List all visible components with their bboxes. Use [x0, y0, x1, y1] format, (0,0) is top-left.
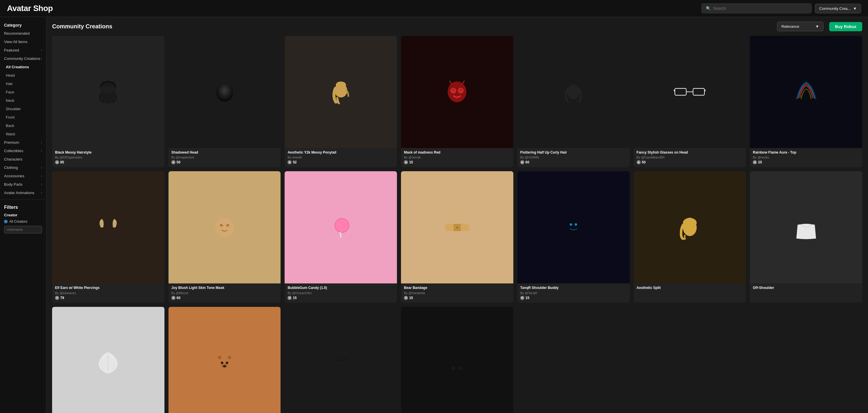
username-input[interactable]	[4, 226, 42, 233]
item-image	[285, 307, 397, 413]
item-info: Black Messy HairstyleBy @DIDIgamedev⊙85	[52, 148, 164, 168]
sidebar-item-head[interactable]: Head	[0, 71, 46, 79]
price-value: 15	[409, 296, 413, 300]
item-image	[401, 171, 513, 283]
robux-icon: ⊙	[172, 296, 176, 300]
item-visual	[634, 171, 746, 283]
chevron-icon: ›	[41, 57, 42, 60]
sidebar-item-community-creations[interactable]: Community Creations›	[0, 55, 46, 63]
item-creator: By @Jerrall	[404, 156, 510, 159]
item-card[interactable]: Mask of madness RedBy @Jerrall⊙15	[401, 36, 513, 167]
svg-rect-15	[675, 89, 686, 96]
chevron-icon: ›	[41, 166, 42, 169]
item-price: ⊙60	[520, 160, 627, 164]
sidebar-item-hair[interactable]: Hair	[0, 79, 46, 88]
sidebar-item-body-parts[interactable]: Body Parts›	[0, 180, 46, 188]
item-visual	[750, 171, 862, 283]
item-card[interactable]: Black Messy HairstyleBy @DIDIgamedev⊙85	[52, 36, 164, 167]
svg-point-29	[215, 217, 234, 237]
item-creator: By dramfii	[287, 156, 394, 159]
community-dropdown[interactable]: Community Crea... ▼	[815, 4, 861, 13]
item-image	[285, 171, 397, 283]
svg-rect-36	[339, 232, 342, 238]
item-creator: By @VURIIN	[520, 156, 627, 159]
sidebar-item-label: Waist	[6, 132, 15, 136]
item-name: Aesthetic Y2k Messy Ponytail	[287, 150, 394, 155]
item-name: Mask of madness Red	[404, 150, 510, 155]
item-image	[52, 307, 164, 413]
item-image	[168, 171, 281, 283]
item-info: Shadowed HeadBy @maplestick⊙50	[168, 148, 281, 168]
sidebar-item-clothing[interactable]: Clothing›	[0, 163, 46, 172]
item-visual	[52, 307, 164, 413]
sidebar-item-premium[interactable]: Premium›	[0, 138, 46, 147]
item-card[interactable]: TanqR Shoulder BuddyBy @TanqR⊙15	[517, 171, 630, 303]
sidebar-item-label: Hair	[6, 81, 13, 86]
item-card[interactable]: Fluffy Feather	[52, 307, 164, 413]
sidebar-item-view-all[interactable]: View All Items	[0, 38, 46, 46]
item-card[interactable]: Rainbow Flame Aura - TopBy @nezko⊙25	[750, 36, 862, 167]
sidebar-item-accessories[interactable]: Accessories›	[0, 172, 46, 180]
price-value: 79	[60, 296, 64, 300]
item-name: Bear Bandage	[404, 286, 510, 290]
item-card[interactable]: Fluttering Half Up Curly HairBy @VURIIN⊙…	[517, 36, 630, 167]
svg-rect-16	[693, 89, 705, 96]
item-card[interactable]: Joy Blush Light Skin Tone MaskBy @Blizze…	[168, 171, 281, 303]
item-price: ⊙85	[55, 160, 161, 164]
item-creator: By @nezko	[753, 156, 859, 159]
robux-icon: ⊙	[287, 296, 291, 300]
item-price: ⊙52	[287, 160, 394, 164]
svg-line-7	[450, 81, 452, 84]
item-image	[168, 36, 281, 148]
item-info: Off-Shoulder	[750, 283, 862, 294]
item-price: ⊙60	[172, 296, 278, 300]
item-image	[52, 171, 164, 283]
buy-robux-button[interactable]: Buy Robux	[829, 22, 862, 31]
price-value: 52	[293, 160, 297, 164]
sidebar-item-collectibles[interactable]: Collectibles›	[0, 147, 46, 155]
svg-point-44	[568, 219, 579, 231]
sidebar-item-all-creations[interactable]: All Creations	[0, 63, 46, 71]
sidebar-item-waist[interactable]: Waist	[0, 130, 46, 138]
sidebar-item-label: Accessories	[4, 174, 24, 178]
item-card[interactable]: Cute Full Bangs	[285, 307, 397, 413]
item-card[interactable]: Cutesy Bear	[168, 307, 281, 413]
sidebar-item-recommended[interactable]: Recommended	[0, 29, 46, 38]
item-info: Bear BandageBy @Sarabxlla⊙15	[401, 283, 513, 303]
item-visual	[168, 36, 281, 148]
sort-dropdown[interactable]: Relevance ▼	[777, 22, 824, 31]
search-input[interactable]	[713, 6, 807, 11]
item-card[interactable]: Aesthetic Split	[634, 171, 746, 303]
search-bar[interactable]: 🔍	[702, 3, 811, 13]
sidebar-item-label: Featured	[4, 48, 19, 53]
sidebar-item-face[interactable]: Face	[0, 88, 46, 96]
item-card[interactable]: Aesthetic Y2k Messy PonytailBy dramfii⊙5…	[285, 36, 397, 167]
sidebar-item-back[interactable]: Back	[0, 122, 46, 130]
svg-point-33	[227, 225, 228, 225]
sidebar-item-featured[interactable]: Featured›	[0, 46, 46, 55]
robux-icon: ⊙	[520, 296, 524, 300]
item-image	[285, 36, 397, 148]
item-name: Elf Ears w/ White Piercings	[55, 286, 161, 290]
price-value: 60	[177, 296, 180, 300]
item-card[interactable]: Shadowed HeadBy @maplestick⊙50	[168, 36, 281, 167]
all-creators-radio[interactable]: All Creators	[0, 218, 46, 225]
sidebar-item-shoulder[interactable]: Shoulder	[0, 105, 46, 113]
svg-point-14	[567, 84, 580, 99]
sidebar-item-front[interactable]: Front	[0, 113, 46, 122]
item-card[interactable]: Bear BandageBy @Sarabxlla⊙15	[401, 171, 513, 303]
item-visual	[517, 36, 630, 148]
item-price: ⊙15	[404, 296, 510, 300]
item-card[interactable]: Elf Ears w/ White PiercingsBy @inkwaves⊙…	[52, 171, 164, 303]
item-card[interactable]: Off-Shoulder	[750, 171, 862, 303]
chevron-icon: ›	[41, 149, 42, 152]
item-card[interactable]: Black Spikey	[401, 307, 513, 413]
sidebar-item-neck[interactable]: Neck	[0, 96, 46, 105]
item-info: Fancy Stylish Glasses on HeadBy @CaioAlb…	[634, 148, 746, 168]
price-value: 60	[526, 160, 529, 164]
item-card[interactable]: Fancy Stylish Glasses on HeadBy @CaioAlb…	[634, 36, 746, 167]
item-image	[168, 307, 281, 413]
item-card[interactable]: BubbleGum Candy (1.0)By @OceanOrbs⊙15	[285, 171, 397, 303]
sidebar-item-avatar-animations[interactable]: Avatar Animations›	[0, 188, 46, 197]
sidebar-item-characters[interactable]: Characters	[0, 155, 46, 163]
